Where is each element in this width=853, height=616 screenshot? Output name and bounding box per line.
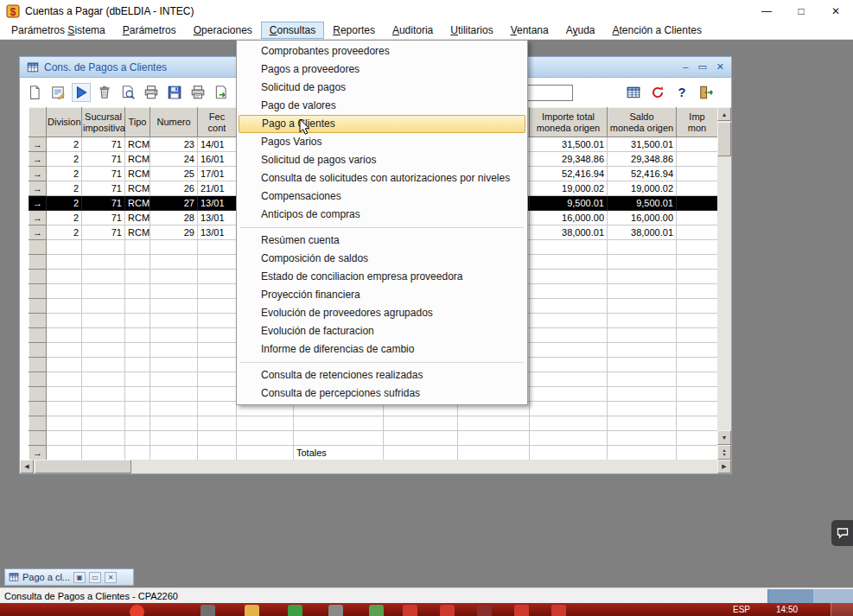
- help-icon[interactable]: ?: [672, 83, 691, 102]
- grid-empty-cell[interactable]: [608, 299, 677, 314]
- grid-empty-cell[interactable]: [608, 284, 677, 299]
- grid-col-header-division[interactable]: Division: [47, 108, 82, 137]
- taskbar-app-icon[interactable]: [369, 605, 384, 616]
- row-marker[interactable]: →: [29, 152, 47, 167]
- grid-cell-numero[interactable]: 27: [150, 196, 198, 211]
- grid-empty-cell[interactable]: [608, 240, 677, 255]
- grid-empty-cell[interactable]: [82, 314, 125, 328]
- grid-empty-cell[interactable]: [125, 284, 150, 299]
- grid-empty-cell[interactable]: [198, 402, 237, 416]
- grid-empty-cell[interactable]: [198, 358, 237, 372]
- grid-empty-cell[interactable]: [47, 358, 82, 372]
- grid-empty-cell[interactable]: [125, 270, 150, 284]
- grid-empty-cell[interactable]: [608, 328, 677, 343]
- close-button[interactable]: ✕: [818, 0, 853, 22]
- grid-cell-fec[interactable]: 13/01: [198, 196, 237, 211]
- grid-cell-importe[interactable]: 9,500.01: [530, 196, 608, 211]
- grid-cell-division[interactable]: 2: [47, 137, 82, 152]
- grid-empty-cell[interactable]: [677, 255, 718, 270]
- grid-empty-cell[interactable]: [82, 284, 125, 299]
- scroll-right-button[interactable]: ▶: [717, 460, 731, 473]
- grid-horizontal-scrollbar[interactable]: ◀ ▶: [20, 460, 731, 473]
- language-indicator[interactable]: ESP: [733, 605, 750, 614]
- grid-empty-cell[interactable]: [150, 416, 198, 431]
- grid-empty-cell[interactable]: [47, 270, 82, 284]
- row-marker[interactable]: [29, 431, 47, 446]
- grid-col-header-impmon[interactable]: Imp mon: [677, 108, 718, 137]
- grid-col-header-numero[interactable]: Numero: [150, 108, 198, 137]
- grid-empty-cell[interactable]: [608, 343, 677, 358]
- grid-empty-cell[interactable]: [47, 402, 82, 416]
- grid-empty-cell[interactable]: [677, 416, 718, 431]
- maximize-button[interactable]: □: [784, 0, 818, 22]
- grid-cell-saldo[interactable]: 52,416.94: [608, 167, 677, 181]
- grid-empty-cell[interactable]: [150, 402, 198, 416]
- grid-cell-tipo[interactable]: RCM: [125, 211, 150, 225]
- minimized-restore-button[interactable]: ▣: [73, 572, 86, 583]
- menu-item-consulta-de-retenciones-realizadas[interactable]: Consulta de retenciones realizadas: [239, 366, 525, 384]
- grid-cell-impmon[interactable]: [677, 225, 718, 240]
- grid-empty-cell[interactable]: [150, 372, 198, 387]
- scroll-down-button[interactable]: ▼: [717, 430, 731, 445]
- grid-empty-cell[interactable]: [150, 387, 198, 402]
- menu-item-anticipos-de-compras[interactable]: Anticipos de compras: [239, 206, 525, 224]
- taskbar-app-icon[interactable]: [201, 605, 215, 616]
- grid-totals-cell[interactable]: [384, 446, 458, 460]
- grid-totals-row[interactable]: →Totales: [29, 446, 718, 460]
- grid-empty-cell[interactable]: [677, 299, 718, 314]
- grid-empty-cell[interactable]: [82, 255, 125, 270]
- menu-item-pago-a-clientes[interactable]: Pago a Clientes: [239, 115, 525, 133]
- grid-cell-impmon[interactable]: [677, 137, 718, 152]
- grid-empty-cell[interactable]: [125, 314, 150, 328]
- grid-cell-numero[interactable]: 23: [150, 137, 198, 152]
- grid-empty-cell[interactable]: [677, 343, 718, 358]
- row-marker[interactable]: →: [29, 167, 47, 181]
- grid-empty-cell[interactable]: [530, 387, 608, 402]
- grid-totals-cell[interactable]: [530, 446, 608, 460]
- row-marker[interactable]: [29, 328, 47, 343]
- grid-empty-cell[interactable]: [198, 270, 237, 284]
- menu-item-evolucion-de-proveedores-agrupados[interactable]: Evolución de proveedores agrupados: [239, 304, 525, 322]
- menu-item-comprobantes-proveedores[interactable]: Comprobantes proveedores: [239, 42, 525, 60]
- grid-cell-numero[interactable]: 26: [150, 181, 198, 196]
- grid-empty-cell[interactable]: [150, 358, 198, 372]
- child-close-button[interactable]: ✕: [716, 61, 724, 73]
- grid-empty-cell[interactable]: [198, 343, 237, 358]
- grid-empty-cell[interactable]: [608, 431, 677, 446]
- grid-empty-cell[interactable]: [125, 372, 150, 387]
- grid-cell-division[interactable]: 2: [47, 181, 82, 196]
- grid-empty-cell[interactable]: [198, 372, 237, 387]
- grid-cell-tipo[interactable]: RCM: [125, 181, 150, 196]
- menubar-item-parametros[interactable]: Parámetros: [114, 22, 185, 39]
- grid-cell-sucursal[interactable]: 71: [82, 152, 125, 167]
- row-marker[interactable]: [29, 255, 47, 270]
- menu-item-informe-de-diferencias-de-cambio[interactable]: Informe de diferencias de cambio: [239, 340, 525, 359]
- grid-cell-fec[interactable]: 13/01: [198, 225, 237, 240]
- grid-empty-cell[interactable]: [530, 416, 608, 431]
- grid-cell-saldo[interactable]: 31,500.01: [608, 137, 677, 152]
- menu-item-estado-de-conciliacion-empresa-proveedora[interactable]: Estado de conciliacion empresa proveedor…: [239, 268, 525, 286]
- grid-cell-saldo[interactable]: 38,000.01: [608, 225, 677, 240]
- child-restore-button[interactable]: ▭: [697, 61, 706, 73]
- row-marker[interactable]: [29, 314, 47, 328]
- grid-empty-row[interactable]: [29, 431, 718, 446]
- grid-empty-cell[interactable]: [150, 299, 198, 314]
- grid-empty-cell[interactable]: [198, 284, 237, 299]
- row-marker[interactable]: [29, 402, 47, 416]
- grid-cell-sucursal[interactable]: 71: [82, 211, 125, 225]
- grid-cell-fec[interactable]: 16/01: [198, 152, 237, 167]
- menubar-item-utilitarios[interactable]: Utilitarios: [442, 22, 501, 39]
- grid-cell-impmon[interactable]: [677, 167, 718, 181]
- grid-cell-division[interactable]: 2: [47, 225, 82, 240]
- row-marker[interactable]: →: [29, 181, 47, 196]
- grid-empty-cell[interactable]: [458, 431, 530, 446]
- grid-totals-cell[interactable]: [237, 446, 294, 460]
- grid-empty-cell[interactable]: [47, 328, 82, 343]
- export-icon[interactable]: [212, 83, 231, 102]
- taskbar-app-icon[interactable]: [514, 605, 529, 616]
- menubar-item-consultas[interactable]: Consultas: [261, 22, 324, 39]
- menubar-item-operaciones[interactable]: Operaciones: [185, 22, 261, 39]
- refresh-icon[interactable]: [648, 83, 667, 102]
- grid-empty-cell[interactable]: [198, 314, 237, 328]
- vertical-scroll-thumb[interactable]: [717, 122, 731, 156]
